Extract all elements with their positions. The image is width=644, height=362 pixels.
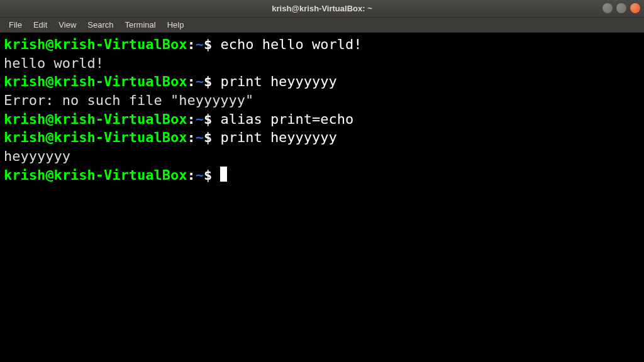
titlebar[interactable]: krish@krish-VirtualBox: ~ — [0, 0, 644, 18]
prompt-user-host: krish@krish-VirtualBox — [4, 167, 187, 183]
terminal-line: krish@krish-VirtualBox:~$ echo hello wor… — [4, 35, 640, 54]
prompt-colon: : — [187, 111, 195, 127]
prompt-colon: : — [187, 129, 195, 145]
menu-terminal[interactable]: Terminal — [120, 19, 161, 31]
command-text: alias print=echo — [220, 111, 353, 127]
terminal-window: krish@krish-VirtualBox: ~ File Edit View… — [0, 0, 644, 362]
output-text: hello world! — [4, 55, 104, 71]
menu-help[interactable]: Help — [162, 19, 189, 31]
window-title: krish@krish-VirtualBox: ~ — [272, 4, 372, 13]
prompt-dollar: $ — [204, 36, 221, 52]
prompt-dollar: $ — [204, 167, 221, 183]
terminal-line: krish@krish-VirtualBox:~$ alias print=ec… — [4, 110, 640, 129]
menu-view[interactable]: View — [53, 19, 81, 31]
terminal-area[interactable]: krish@krish-VirtualBox:~$ echo hello wor… — [0, 33, 644, 362]
terminal-line: krish@krish-VirtualBox:~$ print heyyyyyy — [4, 128, 640, 147]
prompt-dollar: $ — [204, 74, 221, 89]
prompt-path: ~ — [196, 74, 204, 89]
menu-search[interactable]: Search — [82, 19, 118, 31]
prompt-colon: : — [187, 74, 195, 89]
output-text: heyyyyyy — [4, 148, 70, 164]
cursor — [220, 167, 227, 182]
command-text: print heyyyyyy — [220, 74, 336, 89]
terminal-line: heyyyyyy — [4, 147, 640, 166]
prompt-dollar: $ — [204, 111, 221, 127]
terminal-line: krish@krish-VirtualBox:~$ — [4, 166, 640, 185]
window-controls — [602, 3, 640, 13]
maximize-button[interactable] — [616, 3, 626, 13]
prompt-path: ~ — [196, 167, 204, 183]
prompt-user-host: krish@krish-VirtualBox — [4, 74, 187, 89]
minimize-button[interactable] — [602, 3, 613, 13]
prompt-dollar: $ — [204, 129, 221, 145]
command-text: print heyyyyyy — [220, 129, 336, 145]
prompt-path: ~ — [196, 36, 204, 52]
prompt-user-host: krish@krish-VirtualBox — [4, 36, 187, 52]
prompt-colon: : — [187, 36, 195, 52]
prompt-user-host: krish@krish-VirtualBox — [4, 129, 187, 145]
close-button[interactable] — [630, 3, 640, 13]
prompt-user-host: krish@krish-VirtualBox — [4, 111, 187, 127]
prompt-path: ~ — [196, 129, 204, 145]
prompt-path: ~ — [196, 111, 204, 127]
output-text: Error: no such file "heyyyyyy" — [4, 92, 253, 108]
menubar: File Edit View Search Terminal Help — [0, 18, 644, 33]
terminal-line: Error: no such file "heyyyyyy" — [4, 91, 640, 110]
prompt-colon: : — [187, 167, 195, 183]
menu-edit[interactable]: Edit — [28, 19, 52, 31]
terminal-line: krish@krish-VirtualBox:~$ print heyyyyyy — [4, 72, 640, 91]
menu-file[interactable]: File — [4, 19, 27, 31]
command-text: echo hello world! — [220, 36, 362, 52]
terminal-line: hello world! — [4, 54, 640, 73]
